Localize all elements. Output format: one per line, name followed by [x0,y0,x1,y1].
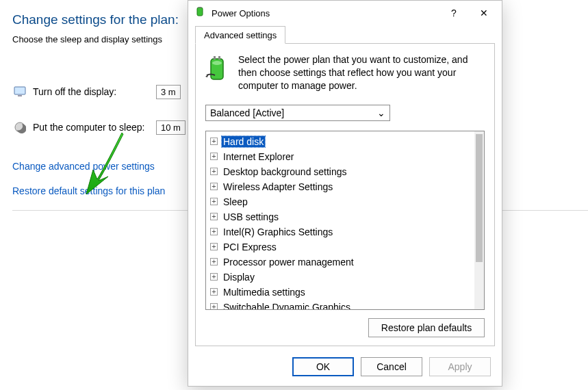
svg-rect-8 [218,56,220,60]
expand-icon[interactable]: + [210,243,218,250]
titlebar: Power Options ? ✕ [188,1,502,25]
tree-item-label: Multimedia settings [222,287,307,298]
expand-icon[interactable]: + [210,198,218,205]
tree-item[interactable]: +Switchable Dynamic Graphics [210,300,472,309]
dialog-title: Power Options [210,8,439,18]
tab-panel: Select the power plan that you want to c… [195,43,495,346]
intro-row: Select the power plan that you want to c… [205,53,485,92]
tree-item-label: Switchable Dynamic Graphics [222,302,352,309]
tree-item-label: Hard disk [222,136,265,147]
tree-item-label: PCI Express [222,242,278,252]
tree-item[interactable]: +Internet Explorer [210,149,472,164]
tree-item[interactable]: +Multimedia settings [210,285,472,300]
tree-item[interactable]: +Sleep [210,194,472,209]
expand-icon[interactable]: + [210,258,218,265]
svg-rect-7 [214,56,216,60]
tree-item[interactable]: +PCI Express [210,239,472,255]
power-plan-value: Balanced [Active] [210,107,284,118]
svg-rect-4 [199,7,200,8]
expand-icon[interactable]: + [210,303,218,309]
sleep-timeout-select[interactable]: 10 m [156,120,186,135]
tree-item-label: Display [222,272,256,283]
tree-item[interactable]: +Desktop background settings [210,164,472,179]
expand-icon[interactable]: + [210,183,218,190]
settings-tree[interactable]: +Hard disk+Internet Explorer+Desktop bac… [206,131,474,309]
tabstrip: Advanced settings [188,25,502,43]
tree-item-label: Desktop background settings [222,166,348,177]
scrollbar-thumb[interactable] [476,134,483,262]
cancel-button[interactable]: Cancel [361,357,422,376]
svg-point-9 [212,61,222,65]
dialog-footer: OK Cancel Apply [188,352,502,386]
tree-item[interactable]: +USB settings [210,209,472,224]
tree-item[interactable]: +Wireless Adapter Settings [210,179,472,194]
svg-rect-0 [14,87,25,94]
chevron-down-icon: ⌄ [377,107,385,118]
svg-rect-1 [18,95,22,96]
moon-icon [12,120,27,135]
tree-item-label: USB settings [222,211,280,222]
svg-rect-5 [201,7,202,8]
display-timeout-select[interactable]: 3 m [156,85,181,99]
tree-item[interactable]: +Processor power management [210,255,472,270]
help-button[interactable]: ? [439,2,469,24]
tree-item[interactable]: +Intel(R) Graphics Settings [210,224,472,239]
apply-button[interactable]: Apply [429,357,491,376]
restore-plan-defaults-button[interactable]: Restore plan defaults [368,318,485,337]
display-label: Turn off the display: [33,86,156,97]
tree-item-label: Wireless Adapter Settings [222,181,334,192]
tree-item-label: Processor power management [222,257,355,268]
tab-advanced-settings[interactable]: Advanced settings [195,26,285,44]
tree-item-label: Sleep [222,196,249,207]
power-options-icon [195,7,206,20]
power-plan-select[interactable]: Balanced [Active] ⌄ [205,105,390,121]
tree-scrollbar[interactable] [474,131,484,309]
close-button[interactable]: ✕ [469,2,499,24]
expand-icon[interactable]: + [210,138,218,145]
expand-icon[interactable]: + [210,228,218,235]
sleep-label: Put the computer to sleep: [33,122,156,133]
ok-button[interactable]: OK [292,357,354,376]
expand-icon[interactable]: + [210,168,218,175]
expand-icon[interactable]: + [210,213,218,220]
power-options-dialog: Power Options ? ✕ Advanced settings Sele… [188,0,502,387]
expand-icon[interactable]: + [210,273,218,281]
expand-icon[interactable]: + [210,288,218,296]
expand-icon[interactable]: + [210,153,218,160]
tree-item[interactable]: +Display [210,270,472,285]
monitor-icon [12,84,27,99]
tree-item-label: Intel(R) Graphics Settings [222,226,334,237]
svg-rect-3 [197,8,203,16]
tree-item[interactable]: +Hard disk [210,134,472,149]
settings-tree-container: +Hard disk+Internet Explorer+Desktop bac… [205,131,485,310]
battery-icon [205,55,229,92]
intro-text: Select the power plan that you want to c… [238,53,485,92]
tree-item-label: Internet Explorer [222,151,296,162]
